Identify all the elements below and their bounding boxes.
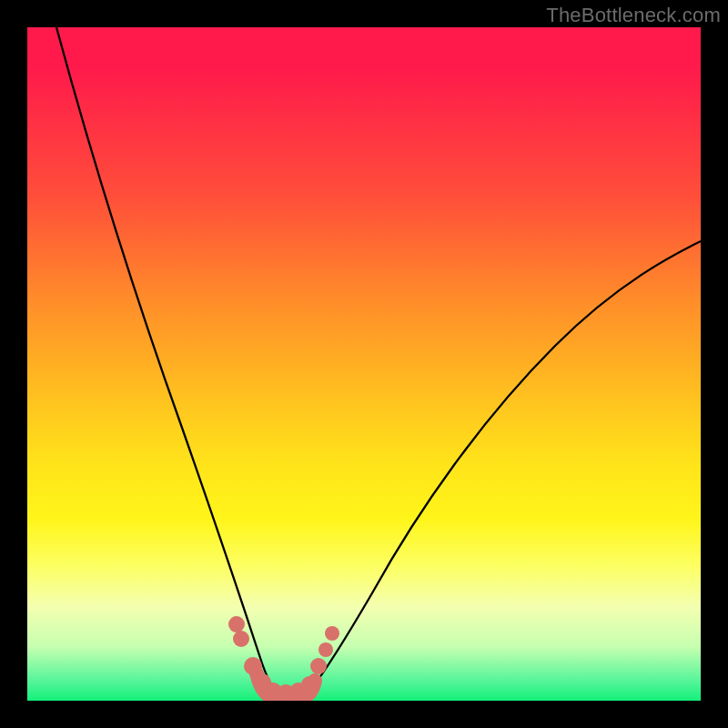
right-curve (305, 241, 701, 696)
marker-dot (228, 616, 245, 632)
marker-dot (318, 642, 333, 657)
curve-layer (27, 27, 701, 701)
marker-dot (325, 626, 339, 641)
plot-area (27, 27, 701, 701)
left-curve (56, 27, 280, 696)
marker-dot (310, 658, 327, 674)
marker-dot (244, 657, 262, 675)
marker-dot (233, 631, 249, 647)
watermark-text: TheBottleneck.com (546, 4, 721, 27)
marker-dot (301, 676, 318, 693)
chart-frame: TheBottleneck.com (0, 0, 728, 728)
